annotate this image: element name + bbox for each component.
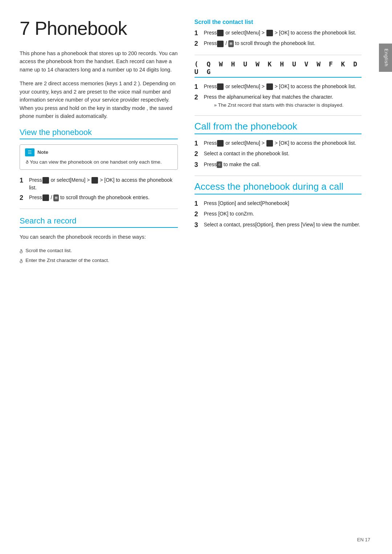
home-key-3-icon — [217, 83, 224, 90]
intro-paragraph-2: There are 2 direct access memories (keys… — [20, 79, 178, 120]
divider-1 — [20, 209, 178, 209]
call-steps: 1 Press or select[Menu] > > [OK] to acce… — [195, 139, 362, 169]
access-step-1-text: Press [Option] and select[Phonebook] — [204, 200, 362, 207]
scroll-up-icon — [42, 194, 49, 201]
access-step-3: 3 Select a contact, press[Option], then … — [195, 221, 362, 229]
view-step-1-text: Press or select[Menu] > > [OK] to access… — [29, 176, 178, 192]
right-column: Scroll the contact list 1 Press or selec… — [191, 17, 362, 537]
home-key-2-icon — [217, 30, 224, 36]
nav-2-icon — [266, 30, 273, 36]
page-footer: EN 17 — [357, 537, 370, 542]
scroll-step-1: 1 Press or select[Menu] > > [OK] to acce… — [195, 29, 362, 37]
divider-3 — [195, 115, 362, 116]
call-step-1: 1 Press or select[Menu] > > [OK] to acce… — [195, 139, 362, 148]
nav-icon — [91, 177, 98, 184]
enter-step-1-text: Press or select[Menu] > > [OK] to access… — [204, 83, 362, 90]
scroll-down-icon: ▤ — [53, 194, 59, 201]
nav-3-icon — [266, 83, 273, 90]
scroll-steps: 1 Press or select[Menu] > > [OK] to acce… — [195, 29, 362, 48]
home-key-icon — [42, 177, 49, 184]
view-phonebook-steps: 1 Press or select[Menu] > > [OK] to acce… — [20, 176, 178, 202]
call-step-1-text: Press or select[Menu] > > [OK] to access… — [204, 139, 362, 147]
enter-step-2: 2 Press the alphanumerical key that matc… — [195, 93, 362, 109]
note-content: ð You can view the phonebook on one hand… — [25, 159, 172, 166]
search-intro: You can search the phonebook records in … — [20, 233, 178, 241]
call-step-2-text: Select a contact in the phonebook list. — [204, 150, 362, 157]
scroll-down-2-icon: ▤ — [228, 40, 234, 47]
search-bullet-2-text: Enter the Zrst character of the contact. — [25, 257, 109, 264]
view-step-2: 2 Press / ▤ to scroll through the phoneb… — [20, 194, 178, 202]
page: English 7 Phonebook This phone has a pho… — [0, 0, 392, 554]
scroll-step-2-text: Press / ▤ to scroll through the phoneboo… — [204, 40, 362, 47]
divider-4 — [195, 176, 362, 176]
search-bullet-1-text: Scroll the contact list. — [25, 247, 72, 254]
call-step-3: 3 Press✆ to make the call. — [195, 161, 362, 169]
intro-paragraph-1: This phone has a phonebook that stores u… — [20, 49, 178, 74]
enter-step-2-text: Press the alphanumerical key that matche… — [204, 93, 362, 109]
note-box: ☰ Note ð You can view the phonebook on o… — [20, 144, 178, 170]
scroll-step-1-text: Press or select[Menu] > > [OK] to access… — [204, 29, 362, 37]
access-step-2-text: Press [OK] to conZrm. — [204, 210, 362, 218]
search-bullet-1: ð Scroll the contact list. — [20, 247, 178, 256]
left-column: 7 Phonebook This phone has a phonebook t… — [20, 17, 191, 537]
enter-sub-bullet: The Zrst record that starts with this ch… — [204, 102, 362, 109]
home-key-4-icon — [217, 140, 224, 147]
call-key-icon: ✆ — [217, 161, 222, 168]
language-tab: English — [379, 44, 392, 72]
chapter-title: 7 Phonebook — [20, 17, 178, 39]
access-step-3-text: Select a contact, press[Option], then pr… — [204, 221, 362, 229]
enter-char-steps: 1 Press or select[Menu] > > [OK] to acce… — [195, 83, 362, 109]
note-label: Note — [37, 149, 48, 155]
access-step-1: 1 Press [Option] and select[Phonebook] — [195, 200, 362, 208]
enter-step-1: 1 Press or select[Menu] > > [OK] to acce… — [195, 83, 362, 91]
note-icon: ☰ — [25, 148, 34, 156]
divider-2 — [195, 55, 362, 55]
call-step-3-text: Press✆ to make the call. — [204, 161, 362, 168]
call-step-2: 2 Select a contact in the phonebook list… — [195, 150, 362, 158]
section-search-heading: Search a record — [20, 216, 178, 228]
nav-4-icon — [266, 140, 273, 147]
page-content: 7 Phonebook This phone has a phonebook t… — [0, 0, 379, 554]
search-bullet-2: ð Enter the Zrst character of the contac… — [20, 257, 178, 266]
scroll-2-icon — [217, 41, 224, 47]
scroll-step-2: 2 Press / ▤ to scroll through the phoneb… — [195, 40, 362, 48]
view-step-1: 1 Press or select[Menu] > > [OK] to acce… — [20, 176, 178, 192]
obfuscated-heading: ( Q W H U W K H U V W F K D U G — [195, 60, 362, 78]
subsection-scroll-heading: Scroll the contact list — [195, 19, 362, 25]
access-steps: 1 Press [Option] and select[Phonebook] 2… — [195, 200, 362, 229]
view-step-2-text: Press / ▤ to scroll through the phoneboo… — [29, 194, 178, 201]
note-header: ☰ Note — [25, 148, 172, 156]
section-view-phonebook-heading: View the phonebook — [20, 128, 178, 139]
section-access-during-call-heading: Access the phonebook during a call — [195, 181, 362, 194]
access-step-2: 2 Press [OK] to conZrm. — [195, 210, 362, 218]
section-call-phonebook-heading: Call from the phonebook — [195, 121, 362, 134]
